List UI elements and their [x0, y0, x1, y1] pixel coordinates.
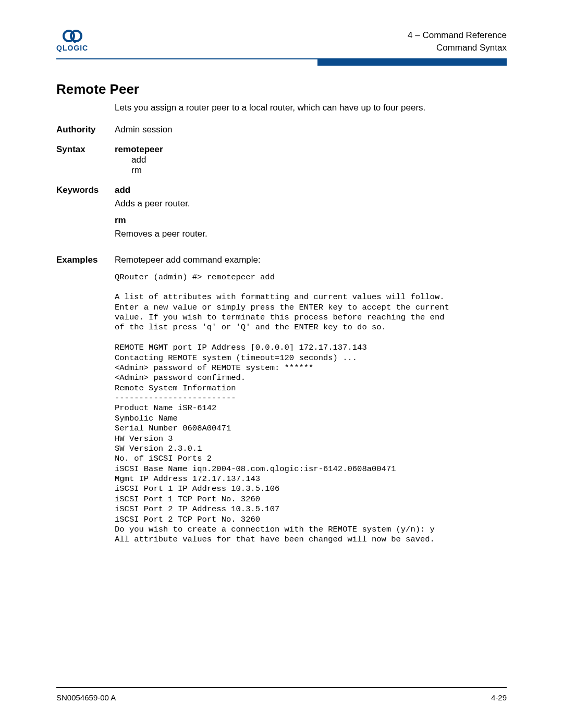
syntax-label: Syntax — [56, 144, 115, 155]
page-footer: SN0054659-00 A 4-29 — [56, 687, 507, 702]
authority-value: Admin session — [115, 125, 507, 135]
keyword-rm-desc: Removes a peer router. — [115, 229, 507, 239]
syntax-sub-rm: rm — [131, 165, 507, 176]
keyword-add-name: add — [115, 185, 507, 195]
header-rule — [56, 58, 507, 66]
keyword-rm: rm Removes a peer router. — [115, 215, 507, 239]
keyword-rm-name: rm — [115, 215, 507, 226]
header-section-info: 4 – Command Reference Command Syntax — [408, 29, 507, 54]
examples-row: Examples Remotepeer add command example:… — [56, 255, 507, 545]
syntax-command: remotepeer — [115, 144, 507, 155]
logo-mark-icon — [62, 29, 83, 43]
footer-doc-id: SN0054659-00 A — [56, 693, 116, 702]
authority-label: Authority — [56, 125, 115, 135]
keywords-row: Keywords add Adds a peer router. rm Remo… — [56, 185, 507, 245]
logo-text: QLOGIC — [56, 44, 88, 52]
intro-text: Lets you assign a router peer to a local… — [115, 103, 507, 113]
keyword-add-desc: Adds a peer router. — [115, 199, 507, 209]
examples-label: Examples — [56, 255, 115, 265]
qlogic-logo: QLOGIC — [56, 29, 88, 52]
header-subsection: Command Syntax — [408, 42, 507, 54]
keywords-label: Keywords — [56, 185, 115, 195]
header-chapter: 4 – Command Reference — [408, 29, 507, 42]
syntax-row: Syntax remotepeer add rm — [56, 144, 507, 176]
examples-intro: Remotepeer add command example: — [115, 255, 507, 265]
example-code-block: QRouter (admin) #> remotepeer add A list… — [115, 273, 507, 545]
page-title: Remote Peer — [56, 81, 507, 97]
authority-row: Authority Admin session — [56, 125, 507, 135]
footer-page-num: 4-29 — [491, 693, 507, 702]
keyword-add: add Adds a peer router. — [115, 185, 507, 209]
syntax-sub-add: add — [131, 155, 507, 165]
